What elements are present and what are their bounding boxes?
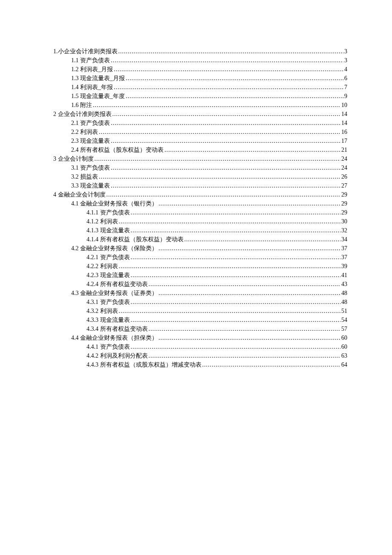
toc-entry[interactable]: 2 企业会计准则类报表14 xyxy=(53,110,347,119)
toc-entry-page: 27 xyxy=(341,181,347,190)
toc-entry-leader xyxy=(119,217,341,226)
toc-entry[interactable]: 2.3 现金流量表17 xyxy=(71,136,347,145)
toc-entry-leader xyxy=(111,181,340,190)
toc-entry[interactable]: 4.2.1 资产负债表37 xyxy=(86,253,347,262)
toc-entry-page: 37 xyxy=(341,253,347,262)
toc-entry-label: 4 金融企业会计制度 xyxy=(53,190,106,199)
toc-entry-label: 4.1.4 所有者权益（股东权益）变动表 xyxy=(86,235,184,244)
toc-entry-page: 14 xyxy=(341,110,347,119)
toc-entry-page: 26 xyxy=(341,172,347,181)
toc-entry-label: 1.2 利润表_月报 xyxy=(71,65,113,74)
toc-entry[interactable]: 1.3 现金流量表_月报6 xyxy=(71,74,347,83)
toc-entry-leader xyxy=(159,199,340,208)
toc-entry[interactable]: 4.1.4 所有者权益（股东权益）变动表34 xyxy=(86,235,347,244)
toc-entry-leader xyxy=(159,333,340,342)
toc-entry-page: 24 xyxy=(341,163,347,172)
toc-entry-label: 1.4 利润表_年报 xyxy=(71,83,113,92)
toc-entry-page: 17 xyxy=(341,136,347,145)
toc-entry[interactable]: 4.2.4 所有者权益变动表43 xyxy=(86,280,347,289)
toc-entry[interactable]: 4.2.2 利润表39 xyxy=(86,262,347,271)
toc-entry-page: 29 xyxy=(341,199,347,208)
toc-entry-leader xyxy=(119,262,341,271)
toc-entry-leader xyxy=(112,110,341,119)
toc-entry[interactable]: 4.2.3 现金流量表41 xyxy=(86,271,347,280)
toc-entry-leader xyxy=(118,47,344,56)
toc-entry-label: 4.1.1 资产负债表 xyxy=(86,208,130,217)
toc-entry-page: 21 xyxy=(341,145,347,154)
toc-entry-leader xyxy=(93,101,340,110)
toc-entry-leader xyxy=(126,74,343,83)
toc-entry-leader xyxy=(119,306,341,315)
toc-entry-label: 3.2 损益表 xyxy=(71,172,98,181)
toc-entry[interactable]: 4.2 金融企业财务报表（保险类）37 xyxy=(71,244,347,253)
toc-entry[interactable]: 4.3.1 资产负债表48 xyxy=(86,298,347,306)
toc-entry[interactable]: 4.1.3 现金流量表32 xyxy=(86,226,347,235)
toc-entry-page: 3 xyxy=(344,47,347,56)
toc-entry-leader xyxy=(126,92,343,101)
toc-entry-page: 16 xyxy=(341,127,347,136)
toc-entry[interactable]: 4.3.3 现金流量表54 xyxy=(86,315,347,324)
toc-entry-page: 54 xyxy=(341,315,347,324)
toc-entry-page: 60 xyxy=(341,342,347,351)
toc-entry[interactable]: 4.1.2 利润表30 xyxy=(86,217,347,226)
toc-entry-leader xyxy=(99,127,340,136)
toc-entry[interactable]: 4.4.2 利润及利润分配表63 xyxy=(86,351,347,360)
toc-entry[interactable]: 2.4 所有者权益（股东权益）变动表21 xyxy=(71,145,347,154)
toc-entry-page: 37 xyxy=(341,244,347,253)
toc-entry[interactable]: 1.4 利润表_年报7 xyxy=(71,83,347,92)
toc-entry[interactable]: 3.3 现金流量表27 xyxy=(71,181,347,190)
toc-entry-leader xyxy=(111,136,340,145)
toc-entry-label: 4.4.3 所有者权益（或股东权益）增减变动表 xyxy=(86,360,202,369)
toc-entry[interactable]: 4.4.1 资产负债表60 xyxy=(86,342,347,351)
toc-entry[interactable]: 2.2 利润表16 xyxy=(71,127,347,136)
toc-entry-page: 3 xyxy=(344,56,347,65)
toc-entry-leader xyxy=(149,324,341,333)
toc-entry-leader xyxy=(114,83,343,92)
toc-entry[interactable]: 1.小企业会计准则类报表3 xyxy=(53,47,347,56)
toc-entry[interactable]: 3 企业会计制度24 xyxy=(53,154,347,163)
toc-entry-label: 3 企业会计制度 xyxy=(53,154,94,163)
toc-entry-page: 6 xyxy=(344,74,347,83)
toc-entry-leader xyxy=(111,56,343,65)
toc-entry-leader xyxy=(202,360,341,369)
toc-entry-page: 10 xyxy=(341,101,347,110)
toc-entry-page: 32 xyxy=(341,226,347,235)
toc-entry-label: 1.小企业会计准则类报表 xyxy=(53,47,118,56)
toc-entry[interactable]: 3.2 损益表26 xyxy=(71,172,347,181)
toc-entry[interactable]: 4.3.4 所有者权益变动表57 xyxy=(86,324,347,333)
toc-entry[interactable]: 1.1 资产负债表3 xyxy=(71,56,347,65)
toc-entry[interactable]: 1.6 附注10 xyxy=(71,101,347,110)
toc-entry-leader xyxy=(114,65,343,74)
toc-entry-label: 2.4 所有者权益（股东权益）变动表 xyxy=(71,145,164,154)
toc-entry[interactable]: 4.1.1 资产负债表29 xyxy=(86,208,347,217)
toc-entry-label: 4.2.2 利润表 xyxy=(86,262,118,271)
toc-entry[interactable]: 1.5 现金流量表_年度9 xyxy=(71,92,347,101)
toc-entry[interactable]: 2.1 资产负债表14 xyxy=(71,119,347,127)
toc-entry-label: 4.3.1 资产负债表 xyxy=(86,298,130,306)
toc-entry-page: 34 xyxy=(341,235,347,244)
toc-entry-label: 4.4.1 资产负债表 xyxy=(86,342,130,351)
toc-entry[interactable]: 4.4.3 所有者权益（或股东权益）增减变动表64 xyxy=(86,360,347,369)
toc-entry-page: 4 xyxy=(344,65,347,74)
toc-entry-leader xyxy=(149,351,341,360)
toc-entry-page: 24 xyxy=(341,154,347,163)
toc-entry[interactable]: 4.4 金融企业财务报表（担保类）60 xyxy=(71,333,347,342)
toc-entry[interactable]: 4.3.2 利润表51 xyxy=(86,306,347,315)
toc-entry-page: 29 xyxy=(341,190,347,199)
toc-entry-leader xyxy=(95,154,341,163)
toc-entry-leader xyxy=(111,119,340,127)
toc-entry-leader xyxy=(131,226,341,235)
toc-entry-leader xyxy=(149,280,341,289)
toc-entry-label: 4.2.4 所有者权益变动表 xyxy=(86,280,148,289)
toc-entry[interactable]: 4.1 金融企业财务报表（银行类）29 xyxy=(71,199,347,208)
toc-entry-page: 39 xyxy=(341,262,347,271)
toc-entry[interactable]: 1.2 利润表_月报4 xyxy=(71,65,347,74)
toc-entry-leader xyxy=(107,190,341,199)
toc-entry-page: 41 xyxy=(341,271,347,280)
toc-entry-label: 3.3 现金流量表 xyxy=(71,181,110,190)
toc-entry[interactable]: 4.3 金融企业财务报表（证券类）48 xyxy=(71,289,347,298)
toc-entry-leader xyxy=(99,172,340,181)
toc-entry[interactable]: 3.1 资产负债表24 xyxy=(71,163,347,172)
toc-entry[interactable]: 4 金融企业会计制度29 xyxy=(53,190,347,199)
toc-entry-label: 4.1.3 现金流量表 xyxy=(86,226,130,235)
